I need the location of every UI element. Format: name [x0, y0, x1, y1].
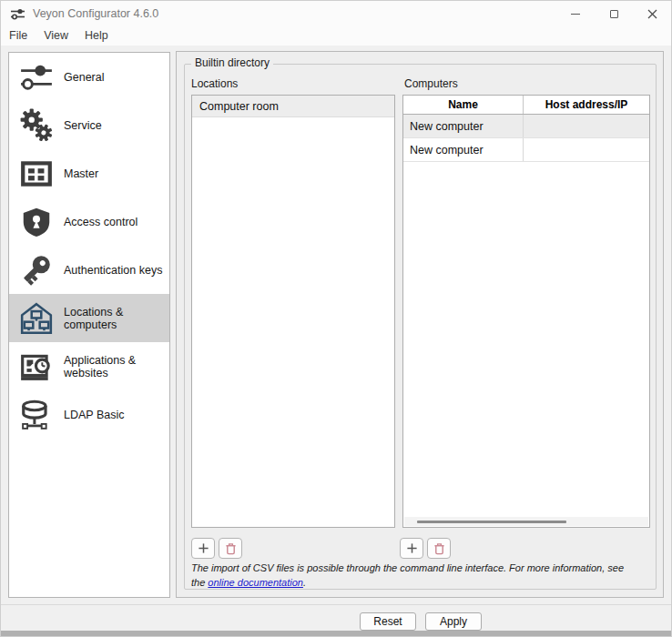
- sidebar-item-authentication-keys[interactable]: Authentication keys: [9, 246, 169, 294]
- computer-name-cell[interactable]: New computer: [403, 115, 524, 137]
- maximize-button[interactable]: [595, 1, 633, 26]
- online-documentation-link[interactable]: online documentation: [208, 577, 303, 588]
- table-row[interactable]: New computer: [403, 115, 649, 138]
- trash-icon: [225, 542, 237, 555]
- csv-import-note: The import of CSV files is possible thro…: [191, 561, 626, 591]
- sidebar-item-label: LDAP Basic: [64, 409, 124, 421]
- computer-host-cell[interactable]: [524, 138, 649, 161]
- scrollbar-thumb[interactable]: [417, 521, 566, 523]
- sidebar-item-ldap-basic[interactable]: LDAP Basic: [9, 390, 169, 439]
- close-button[interactable]: [633, 1, 671, 26]
- minimize-icon: [571, 14, 580, 15]
- grid-window-icon: [18, 156, 55, 192]
- menu-view[interactable]: View: [36, 27, 76, 46]
- delete-location-button[interactable]: [219, 538, 242, 559]
- menu-help[interactable]: Help: [76, 27, 117, 46]
- location-list-item[interactable]: Computer room: [192, 96, 394, 117]
- title-bar: Veyon Configurator 4.6.0: [1, 1, 671, 26]
- table-row[interactable]: New computer: [403, 138, 649, 162]
- reset-button[interactable]: Reset: [360, 612, 416, 631]
- sidebar-item-label: Service: [64, 119, 102, 132]
- add-location-button[interactable]: [191, 538, 215, 559]
- horizontal-scrollbar[interactable]: [404, 517, 648, 526]
- computers-table-header: Name Host address/IP: [403, 96, 649, 115]
- footer-divider: [1, 604, 671, 605]
- sidebar-item-service[interactable]: Service: [9, 101, 169, 149]
- sliders-icon: [18, 59, 55, 96]
- settings-category-sidebar: General: [8, 52, 170, 598]
- column-header-name[interactable]: Name: [403, 96, 524, 114]
- window-controls: [556, 1, 671, 26]
- computers-table[interactable]: Name Host address/IP New computer New co…: [402, 95, 650, 528]
- sidebar-item-label: Locations & computers: [64, 306, 169, 331]
- sidebar-item-access-control[interactable]: Access control: [9, 197, 169, 246]
- locations-computers-page: Builtin directory Locations Computers Co…: [176, 51, 664, 598]
- menu-file[interactable]: File: [8, 27, 36, 46]
- sidebar-item-general[interactable]: General: [9, 53, 169, 101]
- sidebar-item-applications-websites[interactable]: Applications & websites: [9, 342, 169, 390]
- maximize-icon: [610, 10, 618, 18]
- window-title: Veyon Configurator 4.6.0: [33, 7, 158, 20]
- trash-icon: [433, 542, 445, 555]
- database-network-icon: [18, 397, 55, 433]
- sidebar-item-master[interactable]: Master: [9, 149, 169, 197]
- computers-label: Computers: [404, 77, 458, 90]
- minimize-button[interactable]: [556, 1, 595, 26]
- plus-icon: [406, 542, 418, 554]
- groupbox-title: Builtin directory: [191, 56, 273, 69]
- app-sliders-icon: [10, 6, 25, 22]
- sidebar-item-label: General: [64, 71, 104, 84]
- apply-button[interactable]: Apply: [425, 612, 482, 631]
- gears-icon: [18, 107, 55, 144]
- sidebar-item-locations-computers[interactable]: Locations & computers: [9, 294, 169, 342]
- key-icon: [18, 252, 55, 288]
- sidebar-item-label: Master: [64, 167, 98, 180]
- veyon-configurator-window: Veyon Configurator 4.6.0 File View Help: [0, 0, 672, 637]
- sidebar-item-label: Authentication keys: [64, 264, 162, 277]
- window-bottom-edge: [1, 631, 671, 636]
- locations-label: Locations: [191, 77, 238, 90]
- locations-list[interactable]: Computer room: [191, 95, 395, 528]
- close-icon: [647, 9, 657, 19]
- menu-bar: File View Help: [1, 26, 671, 46]
- plus-icon: [198, 542, 209, 554]
- note-text-after: .: [303, 577, 306, 588]
- app-window-clock-icon: [18, 349, 55, 385]
- add-computer-button[interactable]: [400, 538, 423, 559]
- sidebar-item-label: Applications & websites: [64, 354, 169, 379]
- shield-keyhole-icon: [18, 204, 55, 240]
- computer-name-cell[interactable]: New computer: [403, 138, 524, 161]
- building-network-icon: [18, 300, 55, 337]
- column-header-host[interactable]: Host address/IP: [524, 96, 649, 114]
- computer-host-cell[interactable]: [524, 115, 649, 137]
- sidebar-item-label: Access control: [64, 216, 137, 228]
- delete-computer-button[interactable]: [427, 538, 451, 559]
